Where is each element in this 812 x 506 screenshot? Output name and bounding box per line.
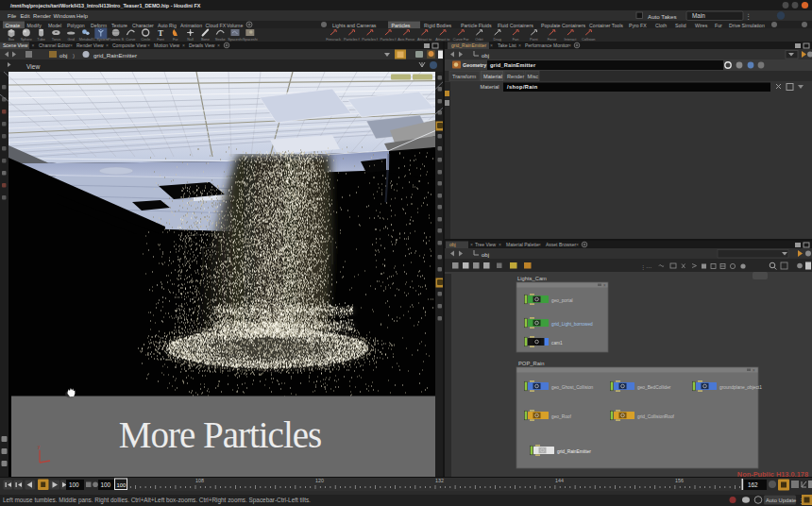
svg-text:Particles f: Particles f (362, 38, 379, 42)
svg-text:Texture: Texture (111, 23, 127, 28)
svg-text:Deform: Deform (91, 23, 107, 28)
svg-text:Bone: Bone (201, 38, 210, 42)
svg-text:Drive Simulation: Drive Simulation (729, 23, 765, 28)
svg-text:POP_Rain: POP_Rain (518, 361, 544, 366)
svg-text:×: × (147, 42, 150, 48)
svg-text:Rigid Bodies: Rigid Bodies (424, 23, 452, 28)
svg-text:Pyro FX: Pyro FX (629, 23, 647, 28)
svg-text:groundplane_object1: groundplane_object1 (719, 385, 762, 390)
svg-text:×: × (568, 42, 571, 48)
svg-text:Cloth: Cloth (655, 23, 667, 28)
svg-text:Modify: Modify (27, 23, 42, 28)
svg-text:Auto Takes: Auto Takes (648, 13, 677, 20)
svg-text:File: File (8, 13, 16, 19)
svg-text:Platonic S: Platonic S (108, 38, 125, 42)
svg-text:Spaceshi: Spaceshi (228, 38, 243, 42)
svg-text:Particles f: Particles f (381, 38, 398, 42)
svg-text:grid_RainEmitter: grid_RainEmitter (490, 62, 536, 68)
svg-text:Collision: Collision (582, 38, 595, 42)
svg-text:Create: Create (6, 23, 21, 28)
svg-text:162: 162 (748, 481, 758, 488)
svg-text:Asset Browser: Asset Browser (546, 242, 577, 247)
svg-text:Spaceshi: Spaceshi (243, 38, 258, 42)
svg-text:Left mouse tumbles. Middle pa: Left mouse tumbles. Middle pans. Right d… (3, 497, 311, 504)
svg-text:Grid: Grid (68, 38, 75, 42)
svg-text:144: 144 (555, 478, 564, 483)
svg-text:Misc: Misc (528, 74, 539, 79)
svg-text:Model: Model (48, 23, 61, 28)
svg-text:Populate Containers: Populate Containers (541, 23, 585, 28)
svg-text:/shop/Rain: /shop/Rain (507, 84, 538, 90)
svg-text:×: × (470, 242, 473, 247)
svg-text:obj: obj (59, 52, 67, 59)
svg-text:obj: obj (482, 252, 489, 258)
svg-text:×: × (603, 283, 606, 288)
svg-text:×: × (538, 242, 541, 247)
svg-text:×: × (499, 242, 501, 247)
svg-text:Attract to: Attract to (417, 38, 431, 42)
svg-text:Wires: Wires (695, 23, 708, 28)
svg-text:Tree View: Tree View (475, 242, 497, 247)
svg-text:grid_RainEmitter: grid_RainEmitter (93, 52, 137, 59)
svg-text:Windows: Windows (54, 13, 76, 19)
svg-text:×: × (70, 42, 73, 48)
svg-text:Particles f: Particles f (344, 38, 361, 42)
svg-text:×: × (32, 42, 35, 48)
svg-text:Interact: Interact (565, 38, 578, 42)
svg-text:100: 100 (101, 481, 111, 488)
svg-text:Force: Force (548, 38, 557, 42)
svg-text:Cloud FX: Cloud FX (206, 23, 227, 28)
svg-text:×: × (217, 42, 220, 48)
svg-text:100: 100 (117, 482, 127, 488)
svg-text:Stroke: Stroke (215, 38, 226, 42)
svg-text:Animation: Animation (180, 23, 202, 28)
svg-text:Edit: Edit (21, 13, 30, 19)
svg-text:Firecrack: Firecrack (326, 38, 341, 42)
svg-text:Fluid Containers: Fluid Containers (498, 23, 533, 28)
svg-text:×: × (753, 368, 755, 373)
svg-text:Transform: Transform (452, 74, 477, 79)
svg-text:Attract to: Attract to (435, 38, 449, 42)
svg-text:View: View (26, 63, 40, 70)
svg-text:100: 100 (69, 481, 79, 488)
svg-text:geo_portal: geo_portal (551, 298, 573, 303)
svg-text:156: 156 (675, 478, 684, 483)
svg-text:Metaball: Metaball (79, 38, 93, 42)
svg-text:Composite View: Composite View (112, 42, 146, 48)
svg-text:⋯: ⋯ (646, 264, 651, 270)
svg-text:obj: obj (482, 53, 489, 59)
svg-text:Material: Material (483, 74, 502, 79)
svg-text:grid_CollisionRoof: grid_CollisionRoof (637, 414, 675, 419)
svg-text:geo_Roof: geo_Roof (551, 414, 571, 419)
svg-text:Drag: Drag (494, 38, 501, 42)
svg-text:Curve: Curve (126, 38, 135, 42)
svg-text:Lights_Cam: Lights_Cam (517, 276, 547, 281)
svg-text:Point: Point (530, 38, 539, 42)
svg-text:132: 132 (435, 478, 444, 483)
svg-text:Box: Box (8, 38, 15, 42)
svg-text:obj: obj (449, 242, 456, 247)
svg-text:Take List: Take List (498, 42, 516, 48)
svg-text:Circle: Circle (141, 38, 150, 42)
svg-text:More Particles: More Particles (119, 414, 322, 455)
svg-text:Channel Editor: Channel Editor (39, 42, 70, 48)
svg-text:Main: Main (692, 12, 705, 19)
svg-text:Font: Font (157, 38, 165, 42)
svg-text:Polygon: Polygon (67, 23, 85, 28)
svg-text:108: 108 (195, 478, 204, 483)
svg-text:Sphere: Sphere (21, 38, 32, 42)
svg-text:): ) (73, 52, 75, 59)
svg-text:Fan: Fan (513, 38, 519, 42)
svg-text:Fur: Fur (173, 38, 178, 42)
svg-text:Details View: Details View (189, 42, 215, 48)
svg-text:Container Tools: Container Tools (589, 23, 623, 28)
svg-text:Geometry: Geometry (463, 62, 486, 68)
svg-text:Axis Force: Axis Force (398, 38, 414, 42)
svg-text:×: × (576, 242, 579, 247)
svg-text:Render View: Render View (76, 42, 104, 48)
svg-text:Material Palette: Material Palette (506, 242, 539, 247)
svg-text:Tube: Tube (37, 38, 45, 42)
svg-text:×: × (518, 42, 521, 48)
svg-text:geo_BedCollider: geo_BedCollider (637, 385, 671, 390)
svg-text:⋮: ⋮ (745, 12, 753, 21)
